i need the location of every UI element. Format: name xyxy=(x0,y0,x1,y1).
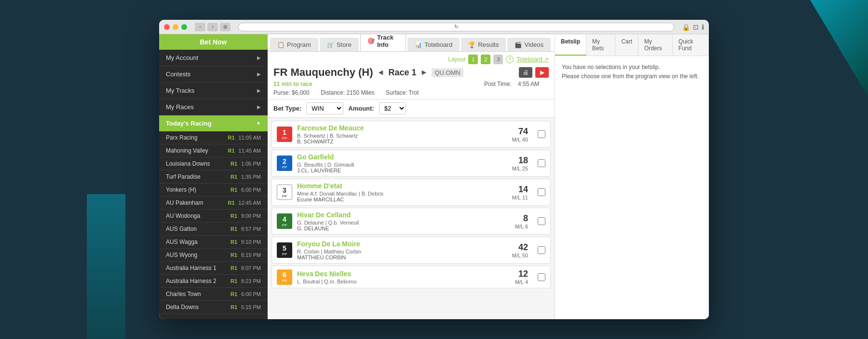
track-item[interactable]: Australia Harness 2 R1 8:23 PM xyxy=(159,275,268,288)
runner-name[interactable]: Homme D'etat xyxy=(297,182,507,190)
track-item[interactable]: AUS Wagga R1 9:10 PM xyxy=(159,236,268,249)
toteboard-link[interactable]: Toteboard ↗ xyxy=(516,56,549,63)
track-item[interactable]: Louisiana Downs R1 1:05 PM xyxy=(159,157,268,170)
track-item[interactable]: Parx Racing R1 11:05 AM xyxy=(159,131,268,144)
amount-select[interactable]: $2 $5 $10 $20 xyxy=(379,102,406,114)
odds-number: 18 xyxy=(512,155,528,166)
betslip-tab-cart[interactable]: Cart xyxy=(615,34,638,56)
maximize-button[interactable] xyxy=(181,24,187,30)
layout-btn-1[interactable]: 1 xyxy=(468,55,478,64)
odds-number: 14 xyxy=(512,184,528,195)
race-track-name: FR Mauquenchy (H) xyxy=(273,66,373,79)
sidebar-item-my-account[interactable]: My Account ▶ xyxy=(159,50,268,66)
runner-driver: R. Corbin | Matthieu Corbin xyxy=(297,249,507,254)
nav-tab-toteboard[interactable]: 📊 Toteboard xyxy=(407,38,460,51)
race-num: R1 xyxy=(228,148,234,154)
runner-name[interactable]: Heva Des Nielles xyxy=(297,270,510,278)
runner-odds: 14 M/L 11 xyxy=(512,184,528,200)
race-num: R1 xyxy=(231,278,237,284)
race-time: 8:57 PM xyxy=(241,226,261,232)
nav-tab-program[interactable]: 📋 Program xyxy=(270,38,318,51)
videos-tab-icon: 🎬 xyxy=(515,42,522,48)
runner-row: 3 PP Homme D'etat Mme A.f. Donati Marcil… xyxy=(271,179,551,206)
track-name: AUS Wagga xyxy=(166,239,231,245)
runner-name[interactable]: Go Garfield xyxy=(297,153,507,161)
track-item[interactable]: Mahoning Valley R1 11:45 AM xyxy=(159,144,268,157)
track-name: Australia Harness 2 xyxy=(166,278,231,284)
runner-checkbox[interactable] xyxy=(538,159,545,167)
pp-label: PP xyxy=(282,165,287,170)
race-time: 8:07 PM xyxy=(241,265,261,271)
runners-area: 1 PP Farceuse De Meauce B. Schwartz | B.… xyxy=(268,118,555,319)
back-button[interactable]: ‹ xyxy=(195,23,205,31)
betslip-tab-my-orders[interactable]: My Orders xyxy=(638,34,673,56)
nav-tab-videos[interactable]: 🎬 Videos xyxy=(507,38,551,51)
my-account-arrow: ▶ xyxy=(257,55,261,60)
track-item[interactable]: Charles Town R1 6:00 PM xyxy=(159,288,268,301)
sidebar-item-my-races[interactable]: My Races ▶ xyxy=(159,99,268,115)
runner-checkbox[interactable] xyxy=(538,130,545,138)
video-button[interactable]: ▶ xyxy=(535,67,549,78)
track-item[interactable]: Delta Downs R1 5:15 PM xyxy=(159,301,268,314)
race-num: R1 xyxy=(231,252,237,258)
sidebar-item-my-tracks[interactable]: My Tracks ▶ xyxy=(159,83,268,99)
runner-name[interactable]: Foryou De La Moire xyxy=(297,240,507,248)
my-races-arrow: ▶ xyxy=(257,104,261,110)
ml-odds: M/L 25 xyxy=(512,166,528,171)
runner-checkbox[interactable] xyxy=(538,217,545,225)
runner-name[interactable]: Farceuse De Meauce xyxy=(297,124,507,132)
refresh-button[interactable]: ⊞ xyxy=(220,23,231,31)
pp-badge: 1 PP xyxy=(277,127,292,142)
nav-tabs: 📋 Program 🛒 Store 🎯 Track Info 📊 Toteboa… xyxy=(268,34,555,52)
url-bar[interactable]: ↻ xyxy=(238,23,674,31)
my-account-label: My Account xyxy=(166,54,198,61)
runner-checkbox[interactable] xyxy=(538,188,545,196)
layout-label: Layout xyxy=(448,56,465,63)
nav-tab-results[interactable]: 🏆 Results xyxy=(461,38,506,51)
store-tab-icon: 🛒 xyxy=(327,42,334,48)
runner-checkbox[interactable] xyxy=(538,246,545,254)
bet-type-row: Bet Type: WIN PLACE SHOW Amount: $2 $5 $… xyxy=(268,99,555,118)
race-time: 5:15 PM xyxy=(241,304,261,310)
race-num: R1 xyxy=(231,304,237,310)
nav-tab-store[interactable]: 🛒 Store xyxy=(320,38,359,51)
sidebar-todays-racing[interactable]: Today's Racing ▼ xyxy=(159,115,268,131)
pp-badge: 6 PP xyxy=(277,269,292,285)
track-item[interactable]: AU Pakenham R1 12:45 AM xyxy=(159,197,268,210)
ml-odds: M/L 6 xyxy=(515,224,528,229)
print-button[interactable]: 🖨 xyxy=(519,67,532,78)
track-item[interactable]: Turf Paradise R1 1:35 PM xyxy=(159,170,268,184)
betslip-tab-my-bets[interactable]: My Bets xyxy=(586,34,615,56)
sidebar-item-contests[interactable]: Contests ▶ xyxy=(159,66,268,83)
pp-number: 4 xyxy=(283,215,286,223)
betslip-tab-quick-fund[interactable]: Quick Fund xyxy=(673,34,709,56)
amount-label: Amount: xyxy=(348,105,374,112)
track-item[interactable]: Yonkers (H) R1 6:00 PM xyxy=(159,184,268,197)
runner-trainer: G. DELAUNE xyxy=(297,226,510,231)
bet-type-select[interactable]: WIN PLACE SHOW xyxy=(306,102,343,114)
my-tracks-label: My Tracks xyxy=(166,87,194,94)
next-race-button[interactable]: ► xyxy=(420,68,428,77)
program-tab-icon: 📋 xyxy=(277,42,285,48)
runner-name[interactable]: Hivar De Celland xyxy=(297,211,510,219)
layout-btn-3[interactable]: 3 xyxy=(493,55,503,64)
track-item[interactable]: Australia Harness 1 R1 8:07 PM xyxy=(159,262,268,275)
track-item[interactable]: AU Wodonga R1 9:00 PM xyxy=(159,210,268,223)
bet-type-label: Bet Type: xyxy=(273,105,301,112)
track-item[interactable]: AUS Gatton R1 8:57 PM xyxy=(159,223,268,236)
betslip-tab-betslip[interactable]: Betslip xyxy=(555,34,586,56)
todays-racing-label: Today's Racing xyxy=(166,120,212,127)
purse-label: Purse: $6,000 xyxy=(273,89,314,96)
minimize-button[interactable] xyxy=(173,24,178,30)
runner-checkbox[interactable] xyxy=(538,273,545,281)
race-time: 1:35 PM xyxy=(241,174,261,180)
prev-race-button[interactable]: ◄ xyxy=(377,68,385,77)
ml-odds: M/L 40 xyxy=(512,137,528,142)
close-button[interactable] xyxy=(164,24,170,30)
forward-button[interactable]: › xyxy=(207,23,218,31)
pp-number: 6 xyxy=(283,271,286,279)
race-num: R1 xyxy=(231,174,237,180)
layout-btn-2[interactable]: 2 xyxy=(481,55,490,64)
track-item[interactable]: AUS Wyong R1 8:15 PM xyxy=(159,249,268,262)
nav-tab-track-info[interactable]: 🎯 Track Info xyxy=(360,34,406,51)
